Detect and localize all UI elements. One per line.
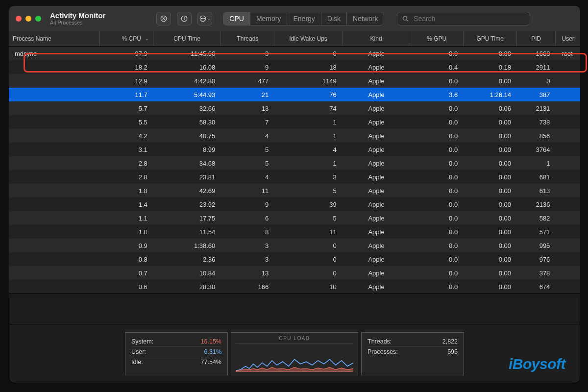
cell-time: 16.08 [153,64,221,71]
cell-wake: 1 [274,132,343,140]
cell-threads: 4 [221,173,274,181]
cell-gpupct: 0.4 [410,64,464,71]
table-row[interactable]: 3.18.9954Apple0.00.003764 [9,143,580,156]
sort-descending-icon: ⌄ [145,36,149,41]
col-kind[interactable]: Kind [343,31,411,46]
search-field[interactable] [397,12,530,25]
table-row[interactable]: 18.216.08918Apple0.40.182911 [9,60,580,74]
table-row[interactable]: 11.75:44.932176Apple3.61:26.14387 [9,88,580,101]
col-gpu-time[interactable]: GPU Time [464,31,517,46]
cell-cpu: 12.9 [100,77,153,85]
tab-memory[interactable]: Memory [250,12,288,25]
cell-time: 23.81 [153,173,221,181]
cell-gpupct: 0.0 [410,146,464,153]
cell-gputime: 0.18 [464,64,517,71]
cell-wake: 1149 [274,77,343,85]
options-button[interactable]: ⌄ [197,12,212,25]
svg-point-7 [201,18,202,19]
cell-pid: 3764 [517,146,556,153]
cell-threads: 7 [221,119,274,126]
maximize-button[interactable] [35,16,41,22]
cell-threads: 11 [221,187,274,195]
search-input[interactable] [413,14,525,23]
col-pid[interactable]: PID [517,31,556,46]
user-label: User: [131,348,146,355]
table-row[interactable]: 0.710.84130Apple0.00.00378 [9,266,580,280]
cell-pid: 387 [517,91,556,98]
col-process-name[interactable]: Process Name [9,31,100,46]
table-row[interactable]: 0.82.3630Apple0.00.00976 [9,252,580,266]
cell-kind: Apple [343,146,411,153]
cell-gpupct: 0.0 [410,215,464,222]
cell-threads: 8 [221,228,274,236]
idle-label: Idle: [131,359,143,366]
col-gpu-pct[interactable]: % GPU [410,31,464,46]
table-row[interactable]: 1.117.7565Apple0.00.00582 [9,211,580,225]
tab-cpu[interactable]: CPU [223,12,250,25]
table-row[interactable]: 2.823.8143Apple0.00.00681 [9,170,580,184]
cell-gputime: 0.00 [464,270,517,277]
info-button[interactable] [177,12,192,25]
cell-wake: 5 [274,187,343,195]
stop-process-button[interactable] [156,12,171,25]
cell-time: 10.84 [153,270,221,277]
table-row[interactable]: 1.423.92939Apple0.00.002136 [9,197,580,211]
col-idle-wake-ups[interactable]: Idle Wake Ups [274,31,343,46]
cpu-load-chart [236,343,353,372]
table-row[interactable]: 5.558.3071Apple0.00.00738 [9,115,580,129]
threads-value: 2,822 [442,338,458,345]
titlebar: Activity Monitor All Processes ⌄ CPU Mem… [9,6,580,31]
col-threads[interactable]: Threads [221,31,274,46]
cell-pid: 613 [517,187,556,195]
cell-pid: 378 [517,270,556,277]
table-row[interactable]: 4.240.7541Apple0.00.00856 [9,129,580,143]
tab-network[interactable]: Network [347,12,384,25]
horizontal-scrollbar[interactable] [9,294,580,298]
cell-time: 42.69 [153,187,221,195]
col-user[interactable]: User [556,31,580,46]
table-row[interactable]: 0.91:38.6030Apple0.00.00995 [9,239,580,252]
cell-cpu: 4.2 [100,132,153,140]
cell-time: 17.75 [153,215,221,222]
table-row[interactable]: 5.732.661374Apple0.00.062131 [9,101,580,115]
svg-line-11 [407,20,408,21]
category-tabs: CPU Memory Energy Disk Network [223,12,384,25]
cell-gpupct: 0.0 [410,187,464,195]
cell-cpu: 5.7 [100,105,153,112]
table-row[interactable]: 0.628.3016610Apple0.00.00674 [9,280,580,294]
title-block: Activity Monitor All Processes [50,12,105,26]
cell-threads: 13 [221,105,274,112]
threads-label: Threads: [368,338,392,345]
cell-pid: 2136 [517,201,556,208]
cell-pid: 571 [517,228,556,236]
cell-gpupct: 0.0 [410,173,464,181]
cell-cpu: 1.0 [100,228,153,236]
cell-time: 40.75 [153,132,221,140]
table-row[interactable]: 1.842.69115Apple0.00.00613 [9,184,580,197]
tab-energy[interactable]: Energy [287,12,321,25]
col-cpu-pct[interactable]: % CPU⌄ [100,31,153,46]
cell-kind: Apple [343,132,411,140]
table-row[interactable]: 1.011.54811Apple0.00.00571 [9,225,580,239]
table-row[interactable]: mdsync97.911:45.6630Apple0.00.001668root [9,47,580,60]
tab-disk[interactable]: Disk [321,12,347,25]
cell-time: 5:44.93 [153,91,221,98]
col-cpu-time[interactable]: CPU Time [153,31,221,46]
cell-cpu: 1.8 [100,187,153,195]
cell-kind: Apple [343,119,411,126]
cell-threads: 5 [221,146,274,153]
cell-time: 1:38.60 [153,242,221,249]
cell-wake: 0 [274,270,343,277]
cell-cpu: 3.1 [100,146,153,153]
cell-kind: Apple [343,270,411,277]
table-row[interactable]: 12.94:42.804771149Apple0.00.000 [9,74,580,88]
cell-time: 8.99 [153,146,221,153]
cell-cpu: 18.2 [100,64,153,71]
cell-time: 28.30 [153,283,221,291]
minimize-button[interactable] [25,16,31,22]
svg-point-5 [184,17,185,18]
close-button[interactable] [16,16,22,22]
table-row[interactable]: 2.834.6851Apple0.00.001 [9,156,580,170]
cell-cpu: 5.5 [100,119,153,126]
cell-pid: 2131 [517,105,556,112]
